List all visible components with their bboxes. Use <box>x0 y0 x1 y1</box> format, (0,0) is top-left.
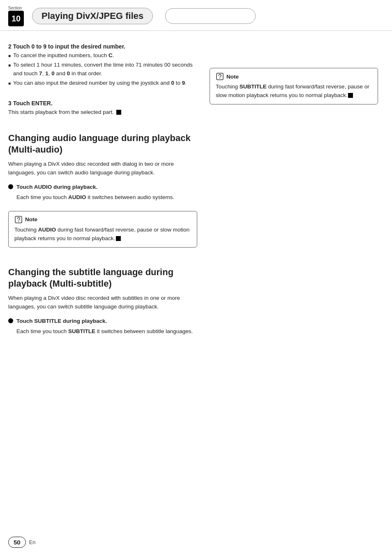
right-note-header: Note <box>216 72 372 81</box>
right-note-label: Note <box>226 74 239 80</box>
audio-instruction-label: Touch AUDIO during playback. <box>16 183 97 191</box>
step-3: 3 Touch ENTER. This starts playback from… <box>8 100 197 117</box>
svg-point-1 <box>18 221 19 222</box>
subtitle-section-intro: When playing a DivX video disc recorded … <box>8 294 197 311</box>
subtitle-bullet-dot <box>8 318 13 323</box>
stop-symbol-3 <box>348 93 353 98</box>
page-title: Playing DivX/JPEG files <box>32 8 153 24</box>
stop-symbol-1 <box>116 110 121 115</box>
subtitle-instruction-label: Touch SUBTITLE during playback. <box>16 317 107 325</box>
right-note-box: Note Touching SUBTITLE during fast forwa… <box>210 68 378 104</box>
note-icon-right <box>216 72 224 81</box>
step-2-bullets: To cancel the inputted numbers, touch C.… <box>8 51 197 88</box>
section-badge: Section 10 <box>8 6 24 26</box>
section-number: 10 <box>8 11 24 26</box>
svg-point-3 <box>219 78 220 79</box>
subtitle-bullet-instruction: Touch SUBTITLE during playback. <box>8 317 197 325</box>
step-3-title: 3 Touch ENTER. <box>8 100 197 107</box>
step-3-body: This starts playback from the selected p… <box>8 108 197 117</box>
page-footer: 50 En <box>8 537 36 548</box>
section-label: Section <box>8 6 22 11</box>
page-number: 50 <box>8 537 26 548</box>
stop-symbol-2 <box>116 236 121 241</box>
audio-instruction-body: Each time you touch AUDIO it switches be… <box>16 193 197 202</box>
header-right-oval <box>165 8 256 24</box>
audio-section-intro: When playing a DivX video disc recorded … <box>8 160 197 177</box>
audio-note-header: Note <box>14 215 191 224</box>
note-icon-audio <box>14 215 23 224</box>
audio-note-label: Note <box>25 216 37 222</box>
subtitle-instruction-body: Each time you touch SUBTITLE it switches… <box>16 327 197 336</box>
section-number-container: 10 <box>8 11 24 26</box>
audio-note-box: Note Touching AUDIO during fast forward/… <box>8 211 197 248</box>
subtitle-section-heading: Changing the subtitle language during pl… <box>8 266 197 290</box>
step-2-title: 2 Touch 0 to 9 to input the desired numb… <box>8 43 197 50</box>
step-2-bullet-1: To cancel the inputted numbers, touch C. <box>8 51 197 60</box>
step-2-bullet-3: You can also input the desired number by… <box>8 79 197 88</box>
right-note-body: Touching SUBTITLE during fast forward/fa… <box>216 83 372 100</box>
step-2: 2 Touch 0 to 9 to input the desired numb… <box>8 43 197 88</box>
audio-bullet-dot <box>8 184 13 189</box>
right-column: Note Touching SUBTITLE during fast forwa… <box>205 31 378 339</box>
page-header: Section 10 Playing DivX/JPEG files <box>0 0 392 31</box>
step-2-bullet-2: To select 1 hour 11 minutes, convert the… <box>8 61 197 78</box>
left-column: 2 Touch 0 to 9 to input the desired numb… <box>8 31 205 339</box>
main-content: 2 Touch 0 to 9 to input the desired numb… <box>0 31 392 339</box>
audio-note-body: Touching AUDIO during fast forward/fast … <box>14 226 191 243</box>
audio-section-heading: Changing audio language during playback … <box>8 132 197 156</box>
page-container: Section 10 Playing DivX/JPEG files 2 Tou… <box>0 0 392 556</box>
language-label: En <box>29 539 36 545</box>
audio-bullet-instruction: Touch AUDIO during playback. <box>8 183 197 191</box>
